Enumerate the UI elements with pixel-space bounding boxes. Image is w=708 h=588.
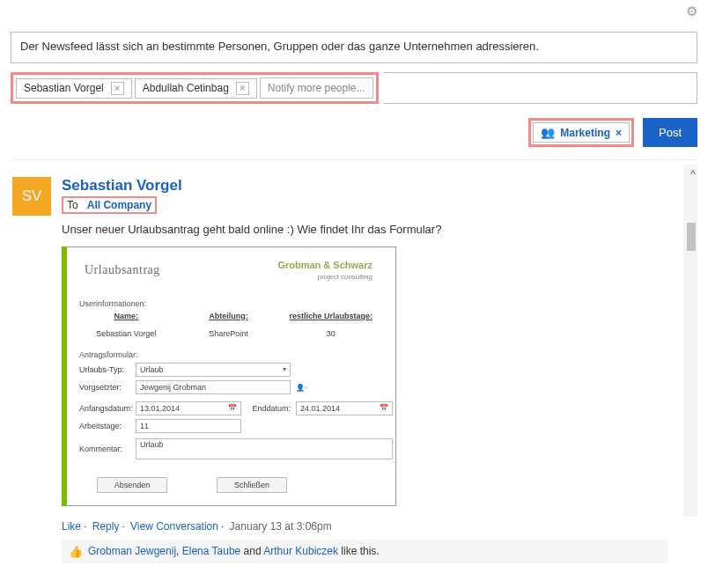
highlight-group: 👥 Marketing × [528,118,634,147]
group-chip-label: Marketing [560,127,610,139]
calendar-icon: 📅 [228,404,237,412]
to-target-link[interactable]: All Company [87,199,151,211]
liker-link[interactable]: Grobman Jewgenij [88,545,176,557]
section-label: Antragsformular: [79,350,378,359]
close-icon[interactable]: × [111,82,124,95]
notify-row-extend[interactable] [384,72,697,104]
attachment-preview[interactable]: Urlaubsantrag Grobman & Schwarz project … [62,246,396,506]
to-line-highlight: To All Company [62,196,157,214]
scrollbar-track[interactable]: ^ [683,165,697,517]
author-link[interactable]: Sebastian Vorgel [62,177,667,195]
group-chip[interactable]: 👥 Marketing × [533,122,630,143]
compose-textarea[interactable]: Der Newsfeed lässt sich an bestimmte Per… [11,32,697,63]
like-link[interactable]: Like [62,520,81,533]
post-text: Unser neuer Urlaubsantrag geht bald onli… [62,223,667,236]
person-chip[interactable]: Sebastian Vorgel × [16,78,132,99]
feed-post: SV Sebastian Vorgel To All Company Unser… [12,177,680,563]
chip-label: Sebastian Vorgel [24,82,104,94]
likes-summary: 👍 Grobman Jewgenij, Elena Taube and Arth… [62,540,667,563]
chevron-down-icon: ▾ [283,365,286,373]
reply-link[interactable]: Reply [92,520,120,533]
scroll-up-icon[interactable]: ^ [690,168,696,180]
liker-link[interactable]: Arthur Kubiczek [263,545,338,557]
avatar: SV [12,177,51,216]
post-actions: Like· Reply· View Conversation· January … [62,520,667,533]
close-icon[interactable]: × [236,82,249,95]
to-label: To [67,199,78,211]
section-label: Userinformationen: [79,299,378,308]
form-close-button: Schließen [217,477,287,493]
view-conversation-link[interactable]: View Conversation [130,520,218,533]
close-icon[interactable]: × [616,127,622,139]
chip-label: Abdullah Cetinbag [143,82,229,94]
notify-people-row: Sebastian Vorgel × Abdullah Cetinbag × N… [11,72,697,104]
brand-logo: Grobman & Schwarz project consulting [277,260,372,282]
person-chip[interactable]: Abdullah Cetinbag × [135,78,257,99]
thumb-up-icon: 👍 [69,545,83,558]
scrollbar-thumb[interactable] [687,223,696,251]
highlight-notify: Sebastian Vorgel × Abdullah Cetinbag × N… [11,72,379,104]
notify-input[interactable]: Notify more people... [260,77,373,99]
addressbook-icon: 👤▫ [296,384,307,392]
gear-icon[interactable]: ⚙ [686,4,697,18]
people-icon: 👥 [541,126,555,139]
liker-link[interactable]: Elena Taube [182,545,241,557]
form-title: Urlaubsantrag [85,263,160,277]
form-send-button: Absenden [97,477,167,493]
calendar-icon: 📅 [380,404,388,412]
post-button[interactable]: Post [643,118,697,147]
timestamp: January 13 at 3:06pm [230,520,332,533]
